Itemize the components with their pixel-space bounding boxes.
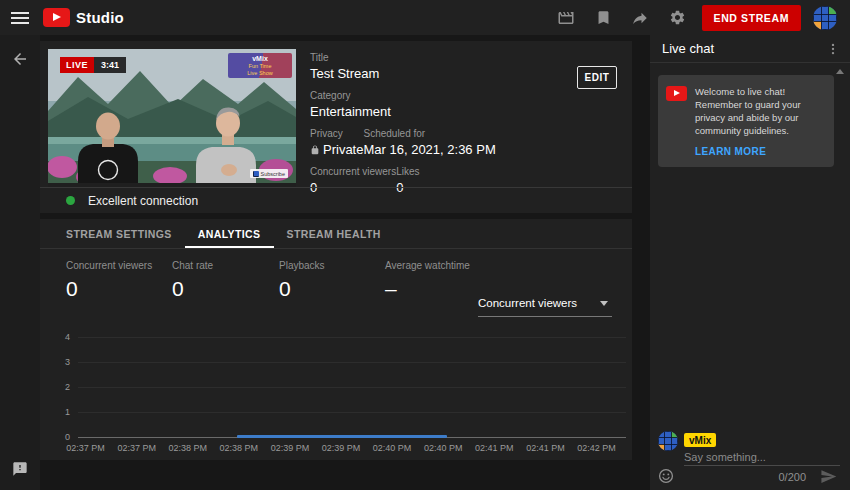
menu-icon[interactable] <box>11 9 29 27</box>
metric-value: 0 <box>279 277 325 301</box>
stream-info-card: LIVE 3:41 vMix Fun Time Live Show Subscr… <box>40 41 632 213</box>
x-tick: 02:37 PM <box>111 443 162 453</box>
connection-status-text: Excellent connection <box>88 194 198 208</box>
chat-user-avatar <box>658 431 678 451</box>
kebab-menu-icon[interactable] <box>824 39 842 59</box>
watermark-brand: vMix <box>231 55 289 63</box>
topbar-actions: END STREAM <box>548 0 850 35</box>
char-counter: 0/200 <box>778 471 806 483</box>
x-tick: 02:42 PM <box>571 443 622 453</box>
youtube-icon <box>666 86 687 101</box>
privacy-label: Privacy <box>310 128 363 139</box>
scroll-up-icon[interactable] <box>836 69 844 74</box>
welcome-message: Welcome to live chat! Remember to guard … <box>695 85 825 137</box>
metric-value: 0 <box>172 277 213 301</box>
viewers-series-line <box>237 435 447 438</box>
gridline <box>78 362 626 363</box>
connection-status-dot <box>66 196 75 205</box>
tab-stream-settings[interactable]: STREAM SETTINGS <box>53 219 185 248</box>
metric-value: 0 <box>66 277 152 301</box>
send-icon[interactable] <box>820 468 837 485</box>
live-time-badges: LIVE 3:41 <box>60 57 126 73</box>
learn-more-link[interactable]: LEARN MORE <box>695 146 825 157</box>
metric-label: Playbacks <box>279 260 325 271</box>
stream-title: Test Stream <box>310 66 570 81</box>
y-tick: 3 <box>40 357 70 367</box>
chat-welcome-card: Welcome to live chat! Remember to guard … <box>658 75 834 167</box>
scheduled-label: Scheduled for <box>363 128 495 139</box>
topbar: Studio END STREAM <box>0 0 850 35</box>
video-thumbnail[interactable]: LIVE 3:41 vMix Fun Time Live Show Subscr… <box>48 49 296 188</box>
back-arrow-icon[interactable] <box>11 50 29 68</box>
tab-bar: STREAM SETTINGS ANALYTICS STREAM HEALTH <box>40 219 632 249</box>
metric-chat-rate: Chat rate 0 <box>172 260 213 301</box>
subscribe-overlay: Subscribe <box>250 169 288 178</box>
tab-stream-health[interactable]: STREAM HEALTH <box>274 219 394 248</box>
x-axis-labels: 02:37 PM 02:37 PM 02:38 PM 02:38 PM 02:3… <box>60 443 622 453</box>
avatar-grid-lines <box>658 431 678 451</box>
y-tick: 0 <box>40 432 70 442</box>
end-stream-button[interactable]: END STREAM <box>702 5 801 31</box>
dropdown-selected-value: Concurrent viewers <box>478 297 577 309</box>
x-tick: 02:40 PM <box>367 443 418 453</box>
chat-header: Live chat <box>650 35 850 63</box>
connection-status-row: Excellent connection <box>40 187 632 213</box>
gridline <box>78 412 626 413</box>
avatar-grid-lines <box>813 6 837 30</box>
live-badge: LIVE <box>60 57 94 73</box>
x-tick: 02:41 PM <box>520 443 571 453</box>
chat-title: Live chat <box>662 41 714 56</box>
vmix-watermark: vMix Fun Time Live Show <box>228 53 292 78</box>
analytics-card: STREAM SETTINGS ANALYTICS STREAM HEALTH … <box>40 219 632 460</box>
left-sidebar <box>0 35 40 490</box>
gridline <box>78 337 626 338</box>
concurrent-viewers-chart: 4 3 2 1 0 02:37 PM 02:37 PM 02:38 PM 02:… <box>40 329 632 460</box>
logo-text: Studio <box>76 9 124 26</box>
x-tick: 02:40 PM <box>418 443 469 453</box>
settings-gear-icon[interactable] <box>659 0 696 35</box>
feedback-icon[interactable] <box>12 461 28 477</box>
subscribe-grid-icon <box>253 171 259 177</box>
live-chat-panel: Live chat Welcome to live chat! Remember… <box>650 35 850 490</box>
chat-username-badge[interactable]: vMix <box>684 433 716 447</box>
x-tick: 02:39 PM <box>264 443 315 453</box>
x-tick: 02:38 PM <box>213 443 264 453</box>
account-avatar[interactable] <box>813 6 837 30</box>
category-label: Category <box>310 90 570 101</box>
tab-analytics[interactable]: ANALYTICS <box>185 219 274 248</box>
elapsed-time-badge: 3:41 <box>94 57 126 73</box>
emoji-icon[interactable] <box>658 468 674 484</box>
input-underline <box>684 465 840 466</box>
metric-label: Average watchtime <box>385 260 470 271</box>
chat-input-area: vMix Say something... 0/200 <box>650 425 850 490</box>
viewers-label: Concurrent viewers <box>310 166 396 177</box>
y-tick: 1 <box>40 407 70 417</box>
metric-average-watchtime: Average watchtime – <box>385 260 470 301</box>
youtube-studio-logo[interactable]: Studio <box>43 8 124 27</box>
metric-label: Chat rate <box>172 260 213 271</box>
gridline <box>78 387 626 388</box>
chat-message-input[interactable]: Say something... <box>684 451 766 463</box>
edit-button[interactable]: EDIT <box>577 66 617 89</box>
subscribe-label: Subscribe <box>261 171 285 177</box>
movie-icon[interactable] <box>548 0 585 35</box>
y-tick: 2 <box>40 382 70 392</box>
lock-icon <box>310 145 320 155</box>
x-tick: 02:38 PM <box>162 443 213 453</box>
youtube-play-icon <box>43 8 70 27</box>
privacy-value: Private <box>323 142 363 157</box>
stream-category: Entertainment <box>310 104 570 119</box>
x-tick: 02:39 PM <box>315 443 366 453</box>
chevron-down-icon <box>600 301 608 306</box>
metric-value: – <box>385 277 470 301</box>
chart-metric-dropdown[interactable]: Concurrent viewers <box>478 297 612 317</box>
x-tick: 02:37 PM <box>60 443 111 453</box>
x-tick: 02:41 PM <box>469 443 520 453</box>
scheduled-value: Mar 16, 2021, 2:36 PM <box>363 142 495 157</box>
y-tick: 4 <box>40 332 70 342</box>
watermark-line2: Live Show <box>231 70 289 77</box>
title-label: Title <box>310 52 570 63</box>
bookmark-icon[interactable] <box>585 0 622 35</box>
share-icon[interactable] <box>622 0 659 35</box>
stream-metadata: Title Test Stream Category Entertainment… <box>310 52 570 195</box>
